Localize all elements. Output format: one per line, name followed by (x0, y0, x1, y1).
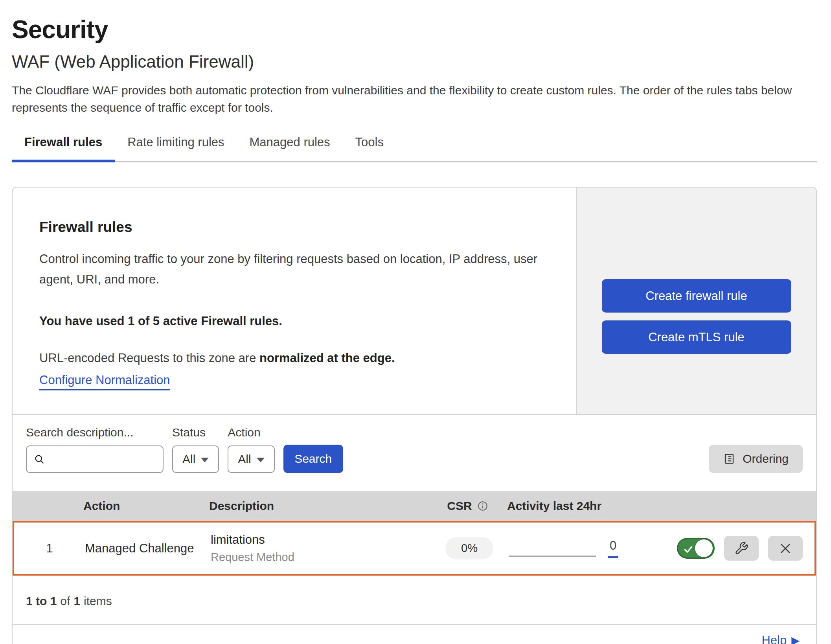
firewall-rules-card: Firewall rules Control incoming traffic … (12, 187, 817, 644)
rule-enabled-toggle[interactable] (677, 538, 715, 559)
wrench-icon (734, 541, 748, 556)
create-firewall-rule-button[interactable]: Create firewall rule (602, 279, 791, 313)
action-label: Action (228, 426, 274, 439)
page-subtitle: WAF (Web Application Firewall) (12, 52, 817, 72)
rule-match-field: Request Method (211, 551, 430, 564)
info-icon[interactable] (477, 500, 489, 512)
status-value: All (182, 453, 195, 466)
panel-description: Control incoming traffic to your zone by… (39, 249, 551, 290)
actions-panel: Create firewall rule Create mTLS rule (576, 188, 816, 414)
table-row[interactable]: 1 Managed Challenge limitations Request … (13, 521, 816, 576)
filter-fields: Search description... Status All (26, 426, 343, 473)
triangle-right-icon: ▶ (791, 634, 800, 644)
normalization-bold: normalized at the edge. (259, 351, 395, 365)
ordering-button-label: Ordering (743, 452, 789, 466)
chevron-down-icon (257, 458, 265, 462)
card-top-section: Firewall rules Control incoming traffic … (13, 188, 816, 415)
items-range: 1 to 1 (26, 594, 57, 607)
help-link[interactable]: Help ▶ (761, 633, 800, 644)
activity-sparkline (509, 556, 596, 557)
search-icon (34, 454, 45, 465)
help-label: Help (761, 633, 787, 644)
toggle-knob (695, 539, 713, 557)
column-header-action: Action (83, 499, 209, 513)
check-icon (683, 544, 693, 554)
rule-priority: 1 (14, 541, 85, 556)
rule-description: limitations (211, 533, 430, 547)
status-select[interactable]: All (172, 445, 219, 473)
status-field: Status All (172, 426, 219, 473)
items-summary: 1 to 1of1items (13, 576, 816, 624)
search-input[interactable] (49, 447, 155, 471)
tab-managed-rules[interactable]: Managed rules (237, 135, 343, 162)
csr-header-label: CSR (447, 499, 472, 513)
waf-tab-bar: Firewall rules Rate limiting rules Manag… (12, 135, 817, 162)
rule-controls (658, 536, 814, 561)
firewall-rules-info: Firewall rules Control incoming traffic … (13, 188, 576, 414)
create-mtls-rule-button[interactable]: Create mTLS rule (602, 320, 791, 354)
close-icon (778, 541, 792, 556)
rule-description-cell: limitations Request Method (211, 533, 430, 564)
action-select[interactable]: All (228, 445, 274, 473)
filter-row: Search description... Status All (13, 415, 816, 491)
ordering-button[interactable]: Ordering (709, 445, 803, 473)
items-of: of (60, 594, 70, 607)
search-button[interactable]: Search (283, 445, 343, 473)
tab-tools[interactable]: Tools (343, 135, 396, 162)
table-header: Action Description CSR Activity last 24h… (13, 491, 816, 521)
column-header-csr: CSR (428, 499, 507, 513)
status-label: Status (172, 426, 219, 439)
normalization-note: URL-encoded Requests to this zone are no… (39, 351, 551, 365)
rule-csr-cell: 0% (430, 537, 509, 559)
tab-rate-limiting-rules[interactable]: Rate limiting rules (115, 135, 237, 162)
column-header-activity: Activity last 24hr (507, 499, 656, 513)
usage-summary: You have used 1 of 5 active Firewall rul… (39, 314, 551, 328)
rule-activity-cell: 0 (509, 539, 658, 558)
list-document-icon (723, 453, 735, 465)
panel-heading: Firewall rules (39, 219, 551, 236)
items-total: 1 (74, 594, 80, 607)
page-intro: The Cloudflare WAF provides both automat… (12, 82, 817, 116)
search-field: Search description... (26, 426, 164, 473)
normalization-text: URL-encoded Requests to this zone are (39, 351, 256, 365)
edit-rule-button[interactable] (724, 536, 759, 561)
tab-firewall-rules[interactable]: Firewall rules (12, 135, 115, 162)
page-title: Security (12, 15, 817, 44)
chevron-down-icon (201, 458, 209, 462)
column-header-description: Description (209, 499, 428, 513)
action-value: All (238, 453, 251, 466)
csr-badge: 0% (445, 537, 493, 559)
activity-count-link[interactable]: 0 (608, 539, 618, 558)
rule-action: Managed Challenge (85, 541, 211, 556)
search-box (26, 445, 164, 473)
help-row: Help ▶ (13, 624, 816, 644)
configure-normalization-link[interactable]: Configure Normalization (39, 373, 170, 390)
items-word: items (84, 594, 112, 607)
action-field: Action All (228, 426, 274, 473)
search-label: Search description... (26, 426, 164, 439)
delete-rule-button[interactable] (768, 536, 803, 561)
security-waf-page: Security WAF (Web Application Firewall) … (0, 0, 831, 644)
